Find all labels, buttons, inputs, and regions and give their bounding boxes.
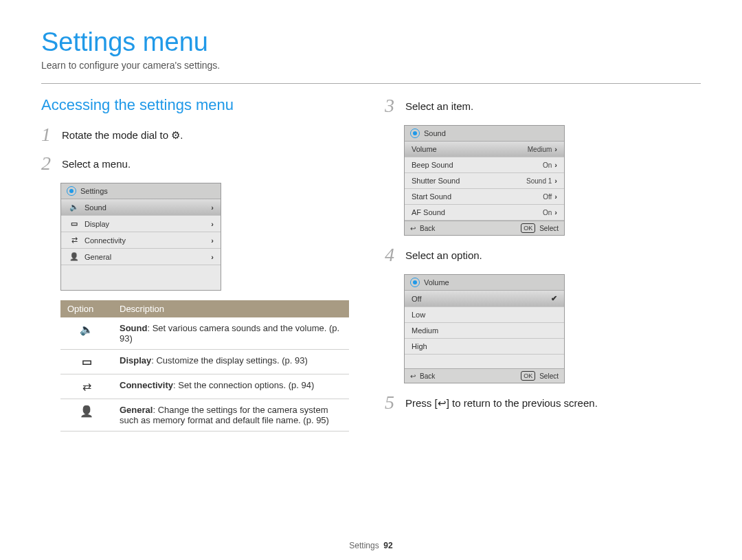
- volume-row-off[interactable]: Off ✔: [405, 291, 564, 307]
- step-2: 2 Select a menu.: [41, 154, 357, 173]
- step-text: Press [] to return to the previous scree…: [405, 393, 598, 410]
- step-1: 1 Rotate the mode dial to .: [41, 125, 357, 144]
- table-row: Connectivity: Set the connection options…: [60, 374, 349, 399]
- desc-cell: Connectivity: Set the connection options…: [113, 374, 349, 399]
- step-number: 4: [385, 245, 401, 265]
- opt-name: General: [120, 405, 153, 415]
- panel-title: Sound: [424, 129, 446, 137]
- opt-name: Connectivity: [120, 380, 173, 390]
- target-icon: [410, 278, 420, 287]
- step-4: 4 Select an option.: [385, 245, 701, 265]
- step-text: Select an item.: [405, 96, 473, 112]
- step-number: 1: [41, 125, 58, 144]
- table-row: Sound: Set various camera sounds and the…: [60, 317, 349, 350]
- panel-footer: Back OK Select: [405, 221, 564, 235]
- sound-row-beep[interactable]: Beep Sound On ›: [405, 157, 564, 173]
- volume-row-medium[interactable]: Medium: [405, 323, 564, 339]
- columns: Accessing the settings menu 1 Rotate the…: [41, 96, 701, 432]
- row-label: Volume: [412, 145, 528, 153]
- chevron-right-icon: ›: [554, 145, 557, 153]
- steps-list-right-3: 5 Press [] to return to the previous scr…: [385, 393, 701, 412]
- th-option: Option: [60, 300, 113, 317]
- page-subtitle: Learn to configure your camera's setting…: [41, 60, 701, 71]
- menu-row-connectivity[interactable]: Connectivity ›: [61, 232, 221, 249]
- step-number: 5: [385, 393, 401, 412]
- chevron-right-icon: ›: [554, 177, 557, 185]
- foot-back: Back: [420, 372, 435, 380]
- target-icon: [67, 186, 76, 196]
- panel-header: Sound: [405, 126, 564, 142]
- panel-settings: Settings Sound › Display › Connectivity …: [60, 183, 221, 291]
- gear-icon: [171, 129, 180, 141]
- panel-volume: Volume Off ✔ Low Medium High B: [404, 274, 565, 383]
- opt-desc: : Customize the display settings. (p. 93…: [151, 355, 308, 366]
- panel-title: Volume: [424, 278, 449, 287]
- menu-row-sound[interactable]: Sound ›: [61, 199, 221, 216]
- check-icon: ✔: [551, 294, 557, 303]
- left-column: Accessing the settings menu 1 Rotate the…: [41, 96, 357, 432]
- chevron-right-icon: ›: [211, 236, 214, 245]
- desc-cell: Display: Customize the display settings.…: [113, 350, 349, 374]
- step-text-after: .: [180, 129, 183, 141]
- panel-sound: Sound Volume Medium › Beep Sound On › Sh…: [404, 125, 565, 236]
- chevron-right-icon: ›: [211, 253, 214, 261]
- panel-padding: [405, 355, 564, 368]
- menu-row-label: Sound: [85, 203, 211, 212]
- target-icon: [410, 128, 420, 138]
- volume-row-low[interactable]: Low: [405, 307, 564, 323]
- foot-select: Select: [539, 225, 559, 232]
- back-icon: [410, 225, 416, 232]
- row-value: Sound 1: [526, 177, 552, 185]
- page-footer: Settings 92: [0, 541, 742, 550]
- sound-row-start[interactable]: Start Sound Off ›: [405, 189, 564, 205]
- opt-name: Display: [120, 355, 151, 366]
- row-label: Off: [412, 295, 551, 303]
- display-icon: [82, 356, 92, 368]
- back-icon: [438, 397, 447, 409]
- menu-row-label: Connectivity: [85, 236, 211, 245]
- row-value: Off: [543, 193, 552, 201]
- opt-desc: : Set various camera sounds and the volu…: [120, 323, 339, 344]
- foot-back: Back: [420, 225, 435, 232]
- ok-key-icon: OK: [521, 371, 535, 381]
- back-icon: [410, 372, 416, 380]
- opt-name: Sound: [120, 323, 147, 333]
- sound-row-af[interactable]: AF Sound On ›: [405, 205, 564, 221]
- step-text-after: ] to return to the previous screen.: [447, 397, 598, 409]
- row-label: Low: [412, 311, 557, 319]
- step-number: 2: [41, 154, 58, 173]
- th-description: Description: [113, 300, 349, 317]
- page-title: Settings menu: [41, 27, 701, 57]
- display-icon: [68, 219, 80, 228]
- general-icon: [80, 405, 93, 417]
- step-text: Select a menu.: [62, 154, 131, 170]
- step-text-before: Press [: [405, 397, 438, 409]
- menu-row-display[interactable]: Display ›: [61, 216, 221, 232]
- volume-row-high[interactable]: High: [405, 339, 564, 355]
- sound-row-shutter[interactable]: Shutter Sound Sound 1 ›: [405, 173, 564, 189]
- opt-desc: : Set the connection options. (p. 94): [173, 380, 314, 390]
- footer-label: Settings: [349, 541, 379, 550]
- chevron-right-icon: ›: [554, 161, 557, 169]
- step-5: 5 Press [] to return to the previous scr…: [385, 393, 701, 412]
- section-title: Accessing the settings menu: [41, 96, 357, 114]
- sound-row-volume[interactable]: Volume Medium ›: [405, 142, 564, 157]
- step-3: 3 Select an item.: [385, 96, 701, 115]
- row-label: Start Sound: [412, 192, 543, 201]
- right-column: 3 Select an item. Sound Volume Medium › …: [385, 96, 701, 432]
- chevron-right-icon: ›: [554, 208, 557, 216]
- row-value: On: [543, 161, 552, 169]
- step-text: Rotate the mode dial to .: [62, 125, 183, 142]
- row-value: Medium: [528, 146, 552, 153]
- steps-list-right: 3 Select an item.: [385, 96, 701, 115]
- menu-row-general[interactable]: General ›: [61, 249, 221, 265]
- row-label: AF Sound: [412, 208, 543, 216]
- steps-list-right-2: 4 Select an option.: [385, 245, 701, 265]
- desc-cell: General: Change the settings for the cam…: [113, 399, 349, 432]
- row-label: Medium: [412, 326, 557, 335]
- panel-footer: Back OK Select: [405, 368, 564, 383]
- connectivity-icon: [82, 381, 91, 392]
- step-number: 3: [385, 96, 401, 115]
- foot-select: Select: [539, 372, 559, 380]
- step-text-before: Rotate the mode dial to: [62, 129, 171, 141]
